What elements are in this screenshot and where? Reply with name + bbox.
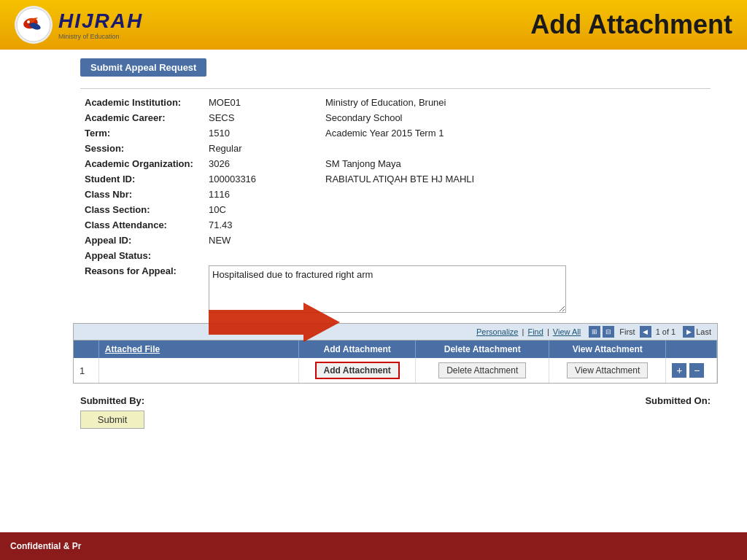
grid-icon[interactable]: ⊞: [589, 326, 600, 338]
label-academic-career: Academic Career:: [80, 110, 204, 125]
attachment-table-wrapper: Attached File Add Attachment Delete Atta…: [73, 341, 718, 384]
value-appeal-id: NEW: [204, 233, 321, 248]
logo-icon: [15, 6, 53, 44]
attachment-section: Personalize | Find | View All ⊞ ⊟ First …: [73, 323, 718, 384]
value-appeal-status: [204, 248, 321, 263]
find-link[interactable]: Find: [527, 327, 543, 336]
field-academic-institution: Academic Institution: MOE01 Ministry of …: [80, 95, 711, 110]
submitted-by-label: Submitted By:: [80, 395, 144, 406]
value-secs: SECS: [204, 110, 321, 125]
add-attachment-button[interactable]: Add Attachment: [315, 362, 400, 379]
label-appeal-status: Appeal Status:: [80, 248, 204, 263]
value-moe01: MOE01: [204, 95, 321, 110]
submit-area: Submitted By: Submit Submitted On:: [80, 391, 711, 433]
submitted-on-label: Submitted On:: [645, 395, 711, 406]
field-session: Session: Regular: [80, 141, 711, 156]
footer-bar: Confidential & Pr: [0, 532, 747, 560]
value-3026: 3026: [204, 156, 321, 171]
header: HIJRAH Ministry of Education Add Attachm…: [0, 0, 747, 50]
submit-button[interactable]: Submit: [80, 411, 144, 429]
label-class-attendance: Class Attendance:: [80, 217, 204, 233]
nav-icons: ⊞ ⊟: [589, 326, 614, 338]
reasons-textarea[interactable]: Hospitalised due to fractured right arm: [209, 265, 566, 313]
prev-nav: ◀: [640, 326, 651, 338]
label-appeal-id: Appeal ID:: [80, 233, 204, 248]
label-student-id: Student ID:: [80, 171, 204, 187]
cell-delete-btn[interactable]: Delete Attachment: [416, 358, 549, 383]
first-label[interactable]: First: [619, 327, 635, 336]
value-student-id: 100003316: [204, 171, 321, 187]
table-row: 1 Add Attachment Delete Attachment View …: [74, 358, 717, 383]
table-header-row: Attached File Add Attachment Delete Atta…: [74, 341, 717, 358]
page-info: 1 of 1: [656, 327, 676, 336]
logo-tagline: Ministry of Education: [58, 33, 143, 40]
row-action-buttons: + −: [672, 363, 711, 378]
submitted-on-area: Submitted On:: [645, 395, 711, 429]
value-class-attendance: 71.43: [204, 217, 321, 233]
value-term-desc: Academic Year 2015 Term 1: [321, 125, 711, 141]
cell-row-actions: + −: [666, 358, 717, 383]
field-academic-org: Academic Organization: 3026 SM Tanjong M…: [80, 156, 711, 171]
label-class-section: Class Section:: [80, 202, 204, 217]
value-student-name: RABIATUL ATIQAH BTE HJ MAHLI: [321, 171, 711, 187]
field-class-attendance: Class Attendance: 71.43: [80, 217, 711, 233]
value-moe-full: Ministry of Education, Brunei: [321, 95, 711, 110]
cell-attached-file: [98, 358, 298, 383]
label-class-nbr: Class Nbr:: [80, 187, 204, 202]
view-attachment-button[interactable]: View Attachment: [567, 362, 648, 378]
value-secondary-school: Secondary School: [321, 110, 711, 125]
value-class-nbr: 1116: [204, 187, 321, 202]
label-academic-institution: Academic Institution:: [80, 95, 204, 110]
col-view-attachment: View Attachment: [549, 341, 666, 358]
add-row-button[interactable]: +: [672, 363, 686, 378]
value-regular: Regular: [204, 141, 321, 156]
next-nav: ▶: [683, 326, 694, 338]
field-class-section: Class Section: 10C: [80, 202, 711, 217]
label-term: Term:: [80, 125, 204, 141]
field-reasons: Reasons for Appeal: Hospitalised due to …: [80, 263, 711, 317]
logo-name: HIJRAH: [58, 9, 143, 33]
value-class-section: 10C: [204, 202, 321, 217]
submitted-by-area: Submitted By: Submit: [80, 395, 144, 429]
attachment-toolbar: Personalize | Find | View All ⊞ ⊟ First …: [73, 323, 718, 341]
view-all-link[interactable]: View All: [553, 327, 581, 336]
last-label[interactable]: Last: [696, 327, 711, 336]
prev-icon[interactable]: ◀: [640, 326, 651, 338]
cell-add-btn[interactable]: Add Attachment: [299, 358, 416, 383]
field-appeal-id: Appeal ID: NEW: [80, 233, 711, 248]
col-delete-attachment: Delete Attachment: [416, 341, 549, 358]
logo-area: HIJRAH Ministry of Education: [15, 6, 143, 44]
field-term: Term: 1510 Academic Year 2015 Term 1: [80, 125, 711, 141]
label-reasons: Reasons for Appeal:: [80, 263, 204, 317]
page-title: Add Attachment: [530, 9, 732, 40]
attachment-table: Attached File Add Attachment Delete Atta…: [74, 341, 717, 383]
value-org-name: SM Tanjong Maya: [321, 156, 711, 171]
col-num: [74, 341, 98, 358]
field-student-id: Student ID: 100003316 RABIATUL ATIQAH BT…: [80, 171, 711, 187]
label-session: Session:: [80, 141, 204, 156]
logo-text: HIJRAH Ministry of Education: [58, 9, 143, 40]
confidential-text: Confidential & Pr: [10, 541, 81, 551]
row-number: 1: [74, 358, 98, 383]
form-table: Academic Institution: MOE01 Ministry of …: [80, 95, 711, 317]
col-actions: [666, 341, 717, 358]
svg-point-3: [27, 20, 30, 23]
col-add-attachment: Add Attachment: [299, 341, 416, 358]
col-attached-file[interactable]: Attached File: [98, 341, 298, 358]
next-icon[interactable]: ▶: [683, 326, 694, 338]
main-content: Submit Appeal Request Academic Instituti…: [0, 50, 747, 440]
label-academic-org: Academic Organization:: [80, 156, 204, 171]
field-academic-career: Academic Career: SECS Secondary School: [80, 110, 711, 125]
delete-attachment-button[interactable]: Delete Attachment: [438, 362, 526, 378]
field-appeal-status: Appeal Status:: [80, 248, 711, 263]
table-icon[interactable]: ⊟: [603, 326, 614, 338]
remove-row-button[interactable]: −: [689, 363, 704, 378]
personalize-link[interactable]: Personalize: [476, 327, 518, 336]
value-1510: 1510: [204, 125, 321, 141]
section-header[interactable]: Submit Appeal Request: [80, 58, 206, 77]
cell-view-btn[interactable]: View Attachment: [549, 358, 666, 383]
field-class-nbr: Class Nbr: 1116: [80, 187, 711, 202]
